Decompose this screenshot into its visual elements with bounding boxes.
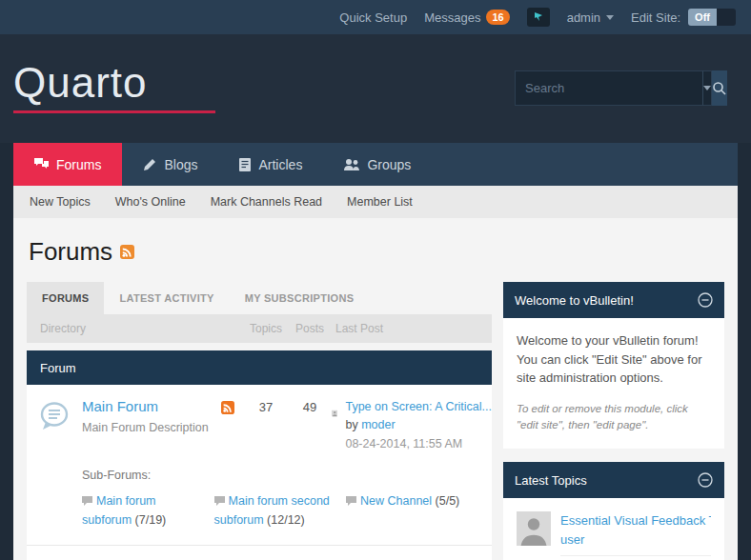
forum-description: Main Forum Description	[82, 421, 217, 434]
messages-label: Messages	[424, 10, 480, 25]
latest-topics-header: Latest Topics	[503, 462, 724, 498]
posts-count: 49	[288, 398, 332, 453]
sidebar: Welcome to vBulletin! Welcome to your vB…	[503, 282, 724, 560]
vbulletin-mobile-icon[interactable]	[527, 8, 550, 27]
last-post-title[interactable]: Type on Screen: A Critical...	[345, 398, 492, 416]
column-posts[interactable]: Posts	[288, 322, 332, 335]
forum-row-main-forum: Main Forum Main Forum Description 37 49 …	[27, 385, 492, 465]
minus-circle-icon	[698, 472, 713, 488]
nav-tab-label: Blogs	[164, 157, 197, 172]
rss-icon[interactable]	[221, 401, 234, 414]
latest-topic-item: Essential Visual Feedback Tools F... use…	[517, 511, 711, 560]
column-directory[interactable]: Directory	[27, 322, 244, 335]
nav-tab-forums[interactable]: Forums	[13, 143, 122, 186]
subforum-count: (12/12)	[267, 513, 305, 527]
forum-rss-wrap	[221, 398, 244, 453]
admin-menu[interactable]: admin	[567, 10, 614, 25]
module-title: Latest Topics	[515, 473, 587, 488]
edit-site-label: Edit Site:	[631, 10, 680, 25]
welcome-module-header: Welcome to vBulletin!	[503, 282, 724, 318]
quick-setup-link[interactable]: Quick Setup	[339, 10, 407, 25]
groups-icon	[344, 158, 359, 170]
module-title: Welcome to vBulletin!	[515, 293, 634, 308]
subforums-grid: Main forum subforum (7/19) Main forum se…	[82, 491, 478, 530]
subforum-bubble-icon	[214, 492, 225, 511]
nav-tab-label: Articles	[258, 157, 302, 172]
tab-forums[interactable]: FORUMS	[27, 282, 104, 314]
search-options-dropdown[interactable]	[702, 70, 712, 106]
column-topics[interactable]: Topics	[244, 322, 288, 335]
last-post-info: Type on Screen: A Critical... by moder 0…	[345, 398, 492, 453]
site-logo[interactable]: Quarto	[13, 59, 148, 107]
site-header: Quarto	[0, 34, 751, 143]
subnav-member-list[interactable]: Member List	[335, 195, 425, 209]
toggle-off-label: Off	[688, 9, 717, 26]
rss-icon[interactable]	[120, 245, 134, 259]
divider	[560, 555, 711, 556]
nav-tab-label: Groups	[367, 157, 411, 172]
nav-tab-articles[interactable]: Articles	[218, 143, 323, 186]
pencil-icon	[143, 158, 156, 171]
last-post-author[interactable]: moder	[361, 418, 395, 431]
subnav-whos-online[interactable]: Who's Online	[103, 195, 198, 209]
nav-tab-groups[interactable]: Groups	[323, 143, 432, 186]
latest-topics-module: Latest Topics Essential Visual Feedback …	[503, 462, 724, 560]
subforum-item: Main forum second subforum (12/12)	[214, 491, 347, 530]
subforum-item: Main forum subforum (7/19)	[82, 491, 214, 530]
search-input[interactable]	[515, 70, 702, 106]
messages-link[interactable]: Messages 16	[424, 10, 510, 25]
category-header[interactable]: Forum	[27, 350, 492, 385]
latest-topic-title[interactable]: Essential Visual Feedback Tools F...	[560, 511, 711, 530]
subnav-new-topics[interactable]: New Topics	[17, 195, 103, 209]
nav-tab-blogs[interactable]: Blogs	[122, 143, 218, 186]
subforums-label: Sub-Forums:	[82, 469, 478, 482]
subforum-link[interactable]: New Channel	[360, 494, 432, 508]
avatar[interactable]	[517, 511, 551, 546]
main-navigation: Forums Blogs Articles Groups	[13, 143, 738, 186]
collapse-button[interactable]	[698, 472, 713, 488]
page-content: Forums FORUMS LATEST ACTIVITY MY SUBSCRI…	[13, 218, 738, 560]
subforum-count: (7/19)	[135, 513, 167, 527]
avatar[interactable]	[332, 398, 337, 429]
forum-tabs: FORUMS LATEST ACTIVITY MY SUBSCRIPTIONS	[27, 282, 492, 314]
forums-icon	[34, 158, 49, 170]
latest-topic-info: Essential Visual Feedback Tools F... use…	[560, 511, 711, 560]
tab-my-subscriptions[interactable]: MY SUBSCRIPTIONS	[230, 282, 370, 314]
topics-count: 37	[244, 398, 288, 453]
page-title-row: Forums	[29, 237, 724, 267]
minus-circle-icon	[698, 292, 713, 308]
search-button[interactable]	[712, 70, 727, 106]
collapse-button[interactable]	[698, 292, 713, 308]
forum-panel: Main Forum Main Forum Description 37 49 …	[27, 385, 492, 560]
welcome-note: To edit or remove this module, click "ed…	[517, 401, 711, 434]
logo-underline	[13, 110, 215, 113]
column-last-post[interactable]: Last Post	[332, 322, 492, 335]
edit-site-toggle[interactable]: Off	[688, 9, 736, 26]
last-post-cell: Type on Screen: A Critical... by moder 0…	[332, 398, 492, 453]
latest-topic-author[interactable]: user	[560, 532, 584, 547]
secondary-navigation: New Topics Who's Online Mark Channels Re…	[13, 186, 738, 218]
article-icon	[239, 158, 251, 171]
messages-count-badge: 16	[486, 10, 509, 25]
welcome-text: Welcome to your vBulletin forum! You can…	[517, 331, 711, 388]
top-utility-bar: Quick Setup Messages 16 admin Edit Site:…	[0, 0, 751, 34]
forum-list-column: FORUMS LATEST ACTIVITY MY SUBSCRIPTIONS …	[27, 282, 492, 560]
search-icon	[712, 81, 727, 96]
toggle-track	[717, 9, 736, 26]
forum-info: Main Forum Main Forum Description	[82, 398, 221, 453]
subforum-bubble-icon	[346, 492, 356, 511]
speech-bubble-icon	[37, 400, 71, 432]
chevron-down-icon	[703, 86, 711, 90]
forum-status-icon-wrap	[27, 398, 82, 453]
tab-latest-activity[interactable]: LATEST ACTIVITY	[104, 282, 229, 314]
by-label: by	[345, 418, 357, 431]
subnav-mark-channels-read[interactable]: Mark Channels Read	[198, 195, 335, 209]
subforums-section: Sub-Forums: Main forum subforum (7/19) M…	[27, 465, 492, 545]
edit-site-control: Edit Site: Off	[631, 9, 736, 26]
forum-row-main-forum-2: Main Forum 2 208 208 Making Modal Window…	[27, 546, 492, 560]
forum-link[interactable]: Main Forum	[82, 398, 158, 414]
page-title: Forums	[29, 237, 112, 267]
admin-label: admin	[567, 10, 600, 25]
search-box	[515, 70, 722, 106]
subforum-item: New Channel (5/5)	[346, 491, 478, 530]
